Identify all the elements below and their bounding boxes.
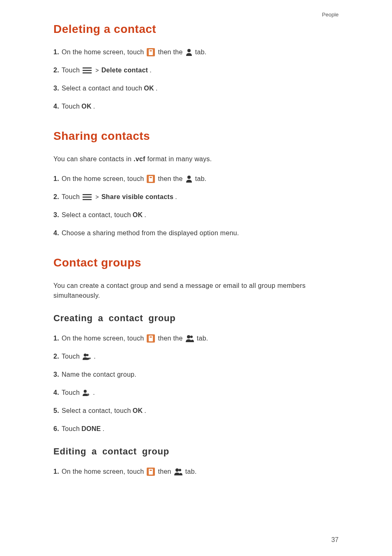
step-text: tab. xyxy=(197,334,208,343)
person-add-icon xyxy=(83,389,90,396)
step-text: tab. xyxy=(185,467,197,477)
step-number: 2. xyxy=(53,192,59,202)
intro-paragraph: You can share contacts in .vcf format in… xyxy=(53,154,339,164)
step-bold: Delete contact xyxy=(101,65,148,75)
svg-rect-3 xyxy=(83,72,92,74)
step-item: 3. Select a contact, touch OK. xyxy=(53,210,339,220)
step-text: . xyxy=(93,388,95,398)
step-number: 2. xyxy=(53,65,59,75)
step-bold: OK xyxy=(81,102,92,111)
step-item: 5. Select a contact, touch OK. xyxy=(53,406,339,416)
step-text: Touch xyxy=(62,102,80,111)
separator-gt: > xyxy=(95,193,99,202)
step-item: 2. Touch > Delete contact. xyxy=(53,65,339,75)
step-item: 1. On the home screen, touch then the ta… xyxy=(53,334,339,343)
svg-point-18 xyxy=(175,468,179,472)
contacts-app-icon xyxy=(147,48,155,56)
contacts-app-icon xyxy=(147,175,155,183)
step-text: then xyxy=(158,467,171,477)
step-item: 1. On the home screen, touch then tab. xyxy=(53,467,339,477)
page-header-label: People xyxy=(53,12,339,18)
svg-rect-2 xyxy=(83,70,92,71)
menu-icon xyxy=(83,67,92,74)
heading-deleting-contact: Deleting a contact xyxy=(53,23,339,36)
step-number: 3. xyxy=(53,83,59,93)
step-number: 5. xyxy=(53,406,59,416)
step-text: Touch xyxy=(62,424,80,434)
step-bold: OK xyxy=(144,83,154,93)
step-number: 4. xyxy=(53,102,59,111)
step-item: 4. Touch . xyxy=(53,388,339,398)
step-number: 1. xyxy=(53,47,59,57)
step-text: . xyxy=(156,83,158,93)
intro-paragraph: You can create a contact group and send … xyxy=(53,281,339,301)
contacts-app-icon xyxy=(147,468,155,476)
step-text: Touch xyxy=(62,352,80,361)
step-text: . xyxy=(144,406,146,416)
svg-point-0 xyxy=(187,49,191,52)
svg-point-9 xyxy=(190,336,193,338)
step-number: 1. xyxy=(53,334,59,343)
svg-rect-1 xyxy=(83,67,92,69)
step-text: then the xyxy=(158,334,182,343)
contacts-app-icon xyxy=(147,334,155,343)
step-bold: DONE xyxy=(81,424,101,434)
step-text: . xyxy=(93,102,95,111)
step-item: 4. Touch OK. xyxy=(53,102,339,111)
step-text: On the home screen, touch xyxy=(62,467,144,477)
separator-gt: > xyxy=(95,66,99,75)
subheading-editing-group: Editing a contact group xyxy=(53,446,339,457)
step-text: . xyxy=(150,65,152,75)
step-item: 1. On the home screen, touch then the ta… xyxy=(53,174,339,184)
step-text: Select a contact, touch xyxy=(62,406,131,416)
step-item: 1. On the home screen, touch then the ta… xyxy=(53,47,339,57)
step-bold: OK xyxy=(133,406,143,416)
group-add-icon xyxy=(83,353,91,360)
menu-icon xyxy=(83,194,92,200)
step-text: Choose a sharing method from the display… xyxy=(62,228,239,238)
svg-point-11 xyxy=(86,354,88,356)
step-text: then the xyxy=(158,174,182,184)
svg-point-4 xyxy=(187,176,191,179)
step-number: 3. xyxy=(53,370,59,380)
heading-sharing-contacts: Sharing contacts xyxy=(53,130,339,143)
step-text: Name the contact group. xyxy=(62,370,136,380)
step-bold: Share visible contacts xyxy=(101,192,174,202)
step-text: Touch xyxy=(62,192,80,202)
step-text: Touch xyxy=(62,388,80,398)
step-text: On the home screen, touch xyxy=(62,47,144,57)
step-number: 3. xyxy=(53,210,59,220)
step-bold: OK xyxy=(133,210,143,220)
svg-rect-13 xyxy=(90,357,90,359)
svg-rect-7 xyxy=(83,199,92,200)
step-text: Select a contact and touch xyxy=(62,83,142,93)
step-text: . xyxy=(144,210,146,220)
svg-rect-6 xyxy=(83,197,92,198)
step-number: 2. xyxy=(53,352,59,361)
step-text: then the xyxy=(158,47,182,57)
step-text: On the home screen, touch xyxy=(62,174,144,184)
person-tab-icon xyxy=(186,49,192,56)
step-text: Touch xyxy=(62,65,80,75)
step-number: 4. xyxy=(53,388,59,398)
step-text: . xyxy=(103,424,105,434)
subheading-creating-group: Creating a contact group xyxy=(53,313,339,324)
group-tab-icon xyxy=(186,335,194,342)
page-number: 37 xyxy=(331,536,339,544)
step-text: tab. xyxy=(195,47,207,57)
step-number: 1. xyxy=(53,174,59,184)
svg-point-14 xyxy=(84,390,87,393)
step-item: 3. Name the contact group. xyxy=(53,370,339,380)
person-tab-icon xyxy=(186,175,192,183)
step-text: . xyxy=(94,352,96,361)
step-item: 6. Touch DONE. xyxy=(53,424,339,434)
step-number: 1. xyxy=(53,467,59,477)
heading-contact-groups: Contact groups xyxy=(53,256,339,269)
step-item: 2. Touch > Share visible contacts. xyxy=(53,192,339,202)
step-item: 3. Select a contact and touch OK. xyxy=(53,83,339,93)
step-item: 2. Touch . xyxy=(53,352,339,361)
step-number: 4. xyxy=(53,228,59,238)
step-text: tab. xyxy=(195,174,207,184)
svg-point-19 xyxy=(179,469,181,471)
svg-rect-5 xyxy=(83,194,92,195)
